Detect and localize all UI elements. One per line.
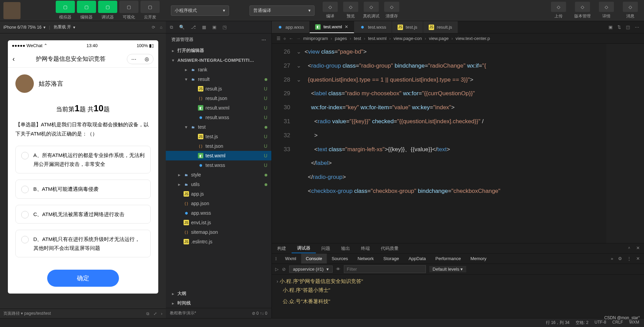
tree-item[interactable]: JStest.jsU [166, 132, 271, 141]
minimap[interactable] [606, 44, 644, 243]
outline-icon[interactable]: ☰ [277, 36, 281, 41]
devtools-tab[interactable]: 问题 [316, 243, 336, 253]
tool-可视化[interactable]: ▢ [119, 1, 138, 13]
page-path[interactable]: 页面路径 ▾ pages/test/test [3, 311, 51, 316]
levels-select[interactable]: Default levels ▾ [429, 266, 467, 272]
devtools-subtab[interactable]: Network [353, 254, 379, 264]
tree-item[interactable]: ▾🖿test [166, 122, 271, 132]
tool-云开发[interactable]: ▢ [140, 1, 160, 13]
tree-item[interactable]: ▸🖿utils [166, 180, 271, 189]
chevron-up-icon[interactable]: ＾ [627, 245, 631, 252]
devtools-subtab[interactable]: AppData [404, 254, 431, 264]
editor-tab[interactable]: ⬢app.wxss [272, 21, 310, 33]
tool-编辑器[interactable]: ▢ [77, 1, 96, 13]
tool-模拟器[interactable]: ▢ [56, 1, 75, 13]
play-icon[interactable]: ▷ [275, 267, 279, 272]
filter-input[interactable] [344, 265, 426, 273]
section-open-editors[interactable]: ▸打开的编辑器 [166, 46, 271, 55]
section-timeline[interactable]: ▸时间线 [166, 298, 271, 308]
tree-item[interactable]: { }app.json [166, 199, 271, 208]
breadcrumb-item[interactable]: view.text-center.p [456, 36, 490, 41]
tree-item[interactable]: JS.eslintrc.js [166, 237, 271, 246]
editor-tab[interactable]: JStest.js [392, 21, 423, 33]
tree-item[interactable]: ◧test.wxmlU [166, 151, 271, 160]
nav-fwd-icon[interactable]: → [296, 36, 300, 41]
more-icon[interactable]: » [611, 256, 613, 261]
devtools-tab[interactable]: 输出 [336, 243, 355, 253]
compare-icon[interactable]: ⇅ [617, 25, 621, 30]
refresh-icon[interactable]: ⟳ [152, 25, 155, 30]
tree-item[interactable]: ◧result.wxmlU [166, 103, 271, 113]
inspect-icon[interactable]: ⟟ [272, 256, 280, 261]
compile-真机调试[interactable]: ◇ [364, 2, 379, 12]
close-icon[interactable]: ✕ [345, 24, 348, 29]
editor-tab[interactable]: JSresult.js [423, 21, 458, 33]
tree-item[interactable]: JSresult.jsU [166, 84, 271, 94]
capsule-menu[interactable]: ⋯◎ [127, 54, 153, 64]
copy-icon[interactable]: ⧉ [146, 311, 149, 316]
more-icon[interactable]: ⋯ [261, 37, 266, 42]
status-item[interactable]: 行 16，列 34 [546, 320, 569, 326]
kebab-icon[interactable]: ⋮ [627, 256, 631, 261]
tree-item[interactable]: ⬢app.wxss [166, 208, 271, 218]
submit-button[interactable]: 确定 [47, 270, 119, 287]
compile-编译[interactable]: ◇ [323, 2, 338, 12]
breadcrumb-item[interactable]: miniprogram [303, 36, 328, 41]
tree-item[interactable]: { }sitemap.json [166, 227, 271, 237]
devtools-subtab[interactable]: Memory [466, 254, 491, 264]
breadcrumb-item[interactable]: pages [335, 36, 347, 41]
devtools-tab[interactable]: 构建 [272, 243, 292, 253]
home-icon[interactable]: ⌂ [160, 25, 162, 30]
close-icon[interactable]: ✕ [636, 245, 640, 252]
breadcrumb-item[interactable]: view.page-con [393, 36, 422, 41]
debug-icon[interactable]: ▣ [212, 25, 216, 30]
gear-icon[interactable]: ⚙ [618, 256, 622, 261]
extension-icon[interactable]: ▦ [202, 25, 206, 30]
close-icon[interactable]: ✕ [636, 256, 640, 261]
mode-select-2[interactable]: 普通编译▾ [250, 5, 314, 16]
context-select[interactable]: appservice (#1)▾ [289, 266, 333, 273]
mode-select-1[interactable]: 小程序模式▾ [171, 5, 229, 16]
hot-reload-toggle[interactable]: 热重载 开 ▾ [54, 24, 75, 30]
devtools-subtab[interactable]: Sources [327, 254, 353, 264]
status-item[interactable]: 空格: 2 [576, 320, 588, 326]
tree-item[interactable]: ⬢result.wxssU [166, 113, 271, 122]
docker-icon[interactable]: ◳ [223, 25, 227, 30]
devtools-subtab[interactable]: Performance [431, 254, 466, 264]
status-item[interactable]: CRLF [612, 320, 623, 326]
more-icon[interactable]: › [161, 311, 162, 316]
tree-item[interactable]: ▸🖿rank [166, 65, 271, 74]
rtool-详情[interactable]: ◇ [599, 2, 614, 12]
rtool-消息[interactable]: ◇ [623, 2, 638, 12]
compile-预览[interactable]: ◇ [343, 2, 358, 12]
code-editor[interactable]: 2627282930313233 ⌄⌄⌄ <view class="page-b… [272, 44, 644, 243]
rtool-上传[interactable]: ◇ [551, 2, 566, 12]
tree-item[interactable]: { }result.jsonU [166, 94, 271, 103]
search-icon[interactable]: 🔍 [179, 25, 185, 30]
back-icon[interactable]: ‹ [13, 55, 15, 63]
nav-back-icon[interactable]: ← [289, 36, 293, 41]
devtools-tab[interactable]: 调试器 [292, 243, 316, 253]
tree-item[interactable]: ⬢test.wxssU [166, 160, 271, 170]
devtools-subtab[interactable]: Storage [379, 254, 404, 264]
branch-icon[interactable]: ⎇ [191, 25, 196, 30]
editor-tab[interactable]: ◧test.wxml✕ [310, 21, 354, 33]
eye-icon[interactable]: 👁 [336, 267, 340, 272]
expand-icon[interactable]: ⤢ [153, 311, 157, 316]
bookmark-icon[interactable]: ⟐ [283, 36, 286, 41]
devtools-subtab[interactable]: Console [301, 254, 327, 264]
clear-icon[interactable]: ⊘ [282, 267, 286, 272]
rtool-版本管理[interactable]: ◇ [575, 2, 590, 12]
tree-item[interactable]: { }test.jsonU [166, 141, 271, 151]
tool-调试器[interactable]: ▢ [98, 1, 117, 13]
status-item[interactable]: UTF-8 [594, 320, 606, 326]
devtools-subtab[interactable]: Wxml [280, 254, 301, 264]
tree-item[interactable]: JSenvList.js [166, 218, 271, 227]
tree-item[interactable]: ▸🖿style [166, 170, 271, 180]
tree-item[interactable]: JSapp.js [166, 189, 271, 199]
option-card[interactable]: D、ATM机只有在进行系统升级时才无法运行，其他时间不会出现蓝屏等问题 [15, 230, 151, 257]
breadcrumb-item[interactable]: test.wxml [368, 36, 387, 41]
section-project[interactable]: ▾ANSWER-INTEGRAL-COMPETITI… [166, 55, 271, 65]
tree-item[interactable]: ▾🖿result [166, 74, 271, 84]
option-card[interactable]: B、ATM机可能遭遇病毒侵袭 [15, 180, 151, 199]
